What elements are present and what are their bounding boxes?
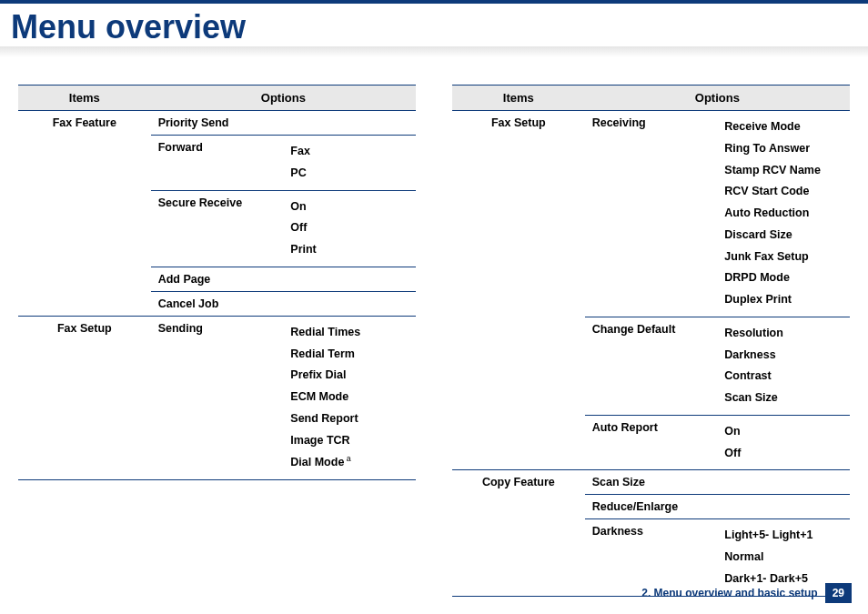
- sub-option: On: [724, 421, 843, 443]
- option-cell: Forward: [151, 136, 284, 191]
- option-cell: Auto Report: [585, 415, 718, 470]
- page-title: Menu overview: [0, 0, 868, 46]
- sub-option: Junk Fax Setup: [724, 247, 843, 268]
- sub-option: Image TCR: [290, 430, 409, 452]
- option-cell: Scan Size: [585, 470, 850, 495]
- sub-option-cell: ResolutionDarknessContrastScan Size: [717, 317, 850, 415]
- sub-option: Redial Times: [290, 322, 409, 344]
- sub-option: Off: [290, 217, 409, 239]
- option-cell: Secure Receive: [151, 190, 284, 267]
- item-cell: Fax Setup: [452, 111, 585, 470]
- sub-option: Ring To Answer: [724, 138, 843, 160]
- sub-option-cell: FaxPC: [283, 136, 416, 191]
- sub-option: Light+5- Light+1: [724, 525, 843, 547]
- sub-option: RCV Start Code: [724, 181, 843, 203]
- sub-option: Fax: [290, 141, 409, 163]
- header-options: Options: [151, 86, 416, 111]
- sub-option: Scan Size: [724, 388, 843, 409]
- sub-option: Normal: [724, 547, 843, 569]
- left-tbody: Fax FeaturePriority SendForwardFaxPCSecu…: [18, 111, 416, 480]
- item-cell: Fax Feature: [18, 111, 151, 317]
- right-column: Items Options Fax SetupReceivingReceive …: [452, 85, 850, 597]
- sub-option: Duplex Print: [724, 289, 843, 311]
- sub-option: Print: [290, 239, 409, 261]
- table-row: Fax SetupSendingRedial TimesRedial TermP…: [18, 316, 416, 479]
- sub-option-cell: Receive ModeRing To AnswerStamp RCV Name…: [717, 111, 850, 317]
- left-column: Items Options Fax FeaturePriority SendFo…: [18, 85, 416, 597]
- content-columns: Items Options Fax FeaturePriority SendFo…: [0, 85, 868, 597]
- item-cell: Copy Feature: [452, 470, 585, 596]
- option-cell: Priority Send: [151, 111, 416, 136]
- table-row: Fax SetupReceivingReceive ModeRing To An…: [452, 111, 850, 317]
- sub-option: Prefix Dial: [290, 365, 409, 387]
- page-footer: 2. Menu overview and basic setup 29: [634, 583, 852, 603]
- sub-option: Contrast: [724, 366, 843, 388]
- footer-page-number: 29: [825, 583, 852, 603]
- sub-option: Redial Term: [290, 344, 409, 366]
- option-cell: Cancel Job: [151, 291, 416, 316]
- sub-option: On: [290, 196, 409, 218]
- option-cell: Reduce/Enlarge: [585, 495, 850, 519]
- option-cell: Change Default: [585, 317, 718, 415]
- sub-option: Darkness: [724, 345, 843, 367]
- option-cell: Add Page: [151, 267, 416, 291]
- right-table: Items Options Fax SetupReceivingReceive …: [452, 85, 850, 597]
- header-options: Options: [585, 86, 850, 111]
- option-cell: Sending: [151, 316, 284, 479]
- option-cell: Receiving: [585, 111, 718, 317]
- header-items: Items: [18, 86, 151, 111]
- table-row: Fax FeaturePriority Send: [18, 111, 416, 136]
- sub-option: Auto Reduction: [724, 203, 843, 225]
- footer-section: 2. Menu overview and basic setup: [634, 583, 824, 603]
- sub-option: Stamp RCV Name: [724, 160, 843, 182]
- sub-option: Off: [724, 443, 843, 465]
- right-tbody: Fax SetupReceivingReceive ModeRing To An…: [452, 111, 850, 597]
- sub-option: DRPD Mode: [724, 267, 843, 289]
- sub-option-cell: OnOffPrint: [283, 190, 416, 267]
- sub-option-cell: OnOff: [717, 415, 850, 470]
- header-items: Items: [452, 86, 585, 111]
- sub-option: ECM Mode: [290, 387, 409, 408]
- sub-option: Send Report: [290, 408, 409, 430]
- sub-option: Dial Mode a: [290, 451, 409, 474]
- table-row: Copy FeatureScan Size: [452, 470, 850, 495]
- sub-option-cell: Redial TimesRedial TermPrefix DialECM Mo…: [283, 316, 416, 479]
- sub-option: Receive Mode: [724, 116, 843, 138]
- sub-option: Discard Size: [724, 225, 843, 247]
- left-table: Items Options Fax FeaturePriority SendFo…: [18, 85, 416, 480]
- item-cell: Fax Setup: [18, 316, 151, 479]
- sub-option: Resolution: [724, 323, 843, 345]
- sub-option: PC: [290, 163, 409, 185]
- title-shadow: [0, 46, 868, 57]
